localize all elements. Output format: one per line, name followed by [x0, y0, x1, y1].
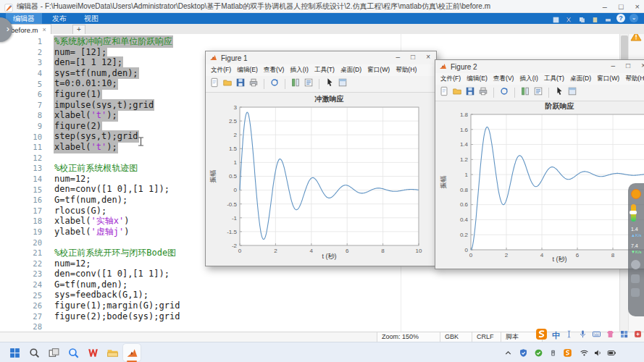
insert-colorbar-icon[interactable]: [520, 86, 530, 99]
tray-volume-icon[interactable]: [593, 348, 603, 358]
code-text[interactable]: ylabel('虚轴j'): [54, 227, 130, 237]
widget-settings-button[interactable]: [631, 288, 640, 297]
line-number[interactable]: 26: [0, 301, 42, 310]
line-number[interactable]: 6: [0, 90, 42, 98]
code-text[interactable]: xlabel('实轴x'): [54, 216, 130, 227]
code-text[interactable]: figure(1);margin(G);grid: [54, 300, 180, 311]
line-number[interactable]: 21: [0, 248, 42, 257]
rotate-3d-icon[interactable]: [269, 77, 280, 90]
code-line-23[interactable]: 23den=conv([1 0],[1 1]);: [0, 269, 616, 279]
status-dot-icon[interactable]: [631, 189, 641, 199]
taskbar-search-icon[interactable]: [25, 344, 43, 361]
widget-screenshot-button[interactable]: [631, 274, 640, 283]
code-text[interactable]: xlabel('t');: [54, 110, 117, 121]
new-tab-button[interactable]: +: [72, 25, 85, 35]
code-text[interactable]: step(sys,t);grid: [54, 131, 138, 142]
line-number[interactable]: 27: [0, 312, 42, 321]
close-button[interactable]: ×: [635, 1, 640, 12]
line-number[interactable]: 15: [0, 185, 42, 194]
figure2-window[interactable]: Figure 2–□×文件(F)编辑(E)查看(V)插入(I)工具(T)桌面(D…: [435, 59, 644, 269]
line-number[interactable]: 11: [0, 143, 42, 151]
widget-round-button[interactable]: [631, 260, 640, 269]
plot-browser-icon[interactable]: [567, 86, 577, 99]
new-figure-icon[interactable]: [439, 86, 449, 99]
line-number[interactable]: 24: [0, 280, 42, 289]
edit-plot-icon[interactable]: [554, 86, 564, 99]
ime-chinese-mode[interactable]: 中: [552, 330, 560, 341]
menu-查看V[interactable]: 查看(V): [493, 75, 514, 83]
tab-before-m[interactable]: before.m ×: [6, 24, 51, 35]
minimize-button[interactable]: –: [603, 1, 607, 12]
print-figure-icon[interactable]: [478, 86, 488, 99]
taskbar-wps-icon[interactable]: [84, 344, 101, 361]
line-number[interactable]: 5: [0, 80, 42, 88]
open-file-icon[interactable]: [222, 77, 233, 90]
line-number[interactable]: 16: [0, 195, 42, 204]
code-text[interactable]: sys=feedback(G,1);: [54, 290, 149, 300]
taskbar-start-icon[interactable]: [6, 344, 23, 361]
line-number[interactable]: 23: [0, 269, 42, 278]
toolbox-icon[interactable]: [619, 329, 629, 342]
code-text[interactable]: G=tf(num,den);: [54, 279, 127, 290]
taskbar-file-explorer-icon[interactable]: [104, 344, 121, 361]
menu-查看V[interactable]: 查看(V): [264, 66, 285, 75]
insert-colorbar-icon[interactable]: [290, 77, 301, 90]
menu-文件F[interactable]: 文件(F): [440, 75, 461, 83]
help-icon[interactable]: ?: [616, 14, 625, 22]
open-file-icon[interactable]: [452, 86, 462, 99]
figure-maximize-button[interactable]: □: [626, 62, 630, 70]
line-number[interactable]: 20: [0, 238, 42, 247]
taskbar-zoom-app-icon[interactable]: [64, 344, 82, 361]
sogou-logo-icon[interactable]: [535, 328, 548, 343]
code-text[interactable]: sys=tf(num,den);: [54, 68, 138, 79]
code-line-24[interactable]: 24G=tf(num,den);: [0, 279, 616, 290]
code-text[interactable]: xlabel('t');: [54, 142, 117, 153]
menu-帮助H[interactable]: 帮助(H): [625, 75, 644, 83]
save-figure-icon[interactable]: [235, 77, 246, 90]
line-number[interactable]: 13: [0, 164, 42, 172]
menu-编辑E[interactable]: 编辑(E): [237, 66, 258, 75]
code-line-26[interactable]: 26figure(1);margin(G);grid: [0, 300, 616, 311]
insert-legend-icon[interactable]: [533, 86, 543, 99]
code-text[interactable]: %校正前系统开环与闭环Bode图: [54, 248, 176, 258]
code-text[interactable]: G=tf(num,den);: [54, 195, 127, 206]
line-number[interactable]: 25: [0, 291, 42, 300]
menu-窗口W[interactable]: 窗口(W): [367, 66, 390, 75]
performance-gauge-icon[interactable]: [631, 204, 636, 222]
line-number[interactable]: 22: [0, 259, 42, 268]
code-text[interactable]: figure(1): [54, 89, 101, 100]
line-number[interactable]: 7: [0, 101, 42, 109]
code-text[interactable]: t=0:0.01:10;: [54, 78, 117, 89]
taskbar-task-view-icon[interactable]: [45, 344, 62, 361]
code-text[interactable]: rlocus(G);: [54, 206, 106, 216]
menu-桌面D[interactable]: 桌面(D): [340, 66, 361, 75]
save-figure-icon[interactable]: [465, 86, 475, 99]
tray-green-assistant-icon[interactable]: [533, 348, 544, 358]
figure-close-button[interactable]: ×: [641, 62, 644, 70]
line-number[interactable]: 28: [0, 322, 42, 331]
line-number[interactable]: 17: [0, 206, 42, 215]
code-text[interactable]: num=12;: [54, 258, 91, 269]
taskbar-matlab-icon[interactable]: [123, 344, 141, 361]
ribbon-tab-editor[interactable]: 编辑器: [6, 13, 42, 24]
menu-编辑E[interactable]: 编辑(E): [467, 75, 488, 83]
soft-keyboard-icon[interactable]: [592, 329, 601, 342]
code-text[interactable]: den=[1 1 12];: [54, 57, 122, 68]
ribbon-tab-view[interactable]: 视图: [77, 13, 106, 24]
code-text[interactable]: figure(2);bode(sys);grid: [54, 311, 180, 322]
line-number[interactable]: 2: [0, 48, 42, 56]
line-number[interactable]: 12: [0, 153, 42, 162]
line-number[interactable]: 9: [0, 122, 42, 130]
line-number[interactable]: 4: [0, 69, 42, 77]
text-cursor-icon[interactable]: [564, 329, 574, 342]
menu-桌面D[interactable]: 桌面(D): [570, 75, 591, 83]
insert-legend-icon[interactable]: [304, 77, 314, 90]
figure-minimize-button[interactable]: –: [396, 53, 401, 61]
figure-maximize-button[interactable]: □: [411, 53, 415, 61]
code-text[interactable]: impulse(sys,t);grid: [54, 100, 154, 111]
code-text[interactable]: den=conv([1 0],[1 1]);: [54, 184, 170, 195]
code-line-1[interactable]: 1%系统脉冲响应和单位阶跃响应: [0, 36, 616, 47]
print-figure-icon[interactable]: [248, 77, 259, 90]
menu-帮助H[interactable]: 帮助(H): [396, 66, 417, 75]
figure-minimize-button[interactable]: –: [611, 62, 616, 70]
